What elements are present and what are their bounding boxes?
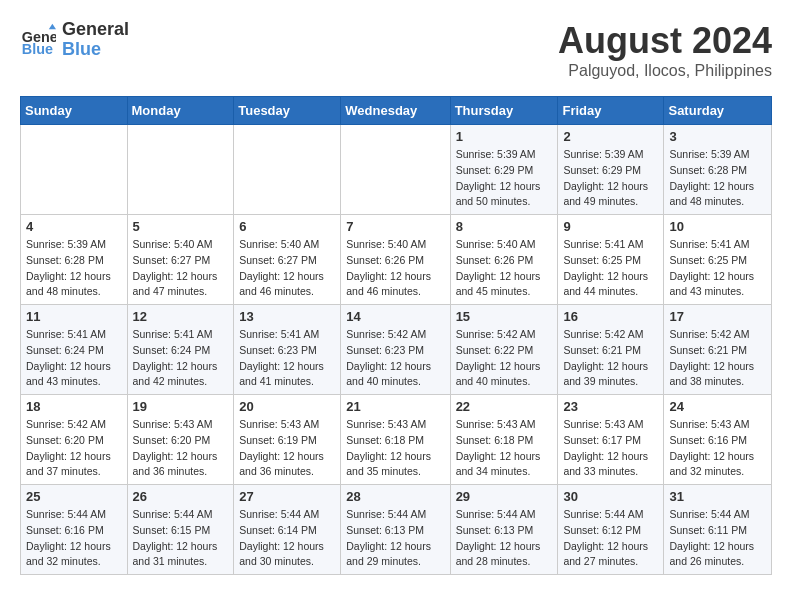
day-number: 18: [26, 399, 122, 414]
day-info: Sunrise: 5:44 AM Sunset: 6:13 PM Dayligh…: [456, 507, 553, 570]
day-cell: 22Sunrise: 5:43 AM Sunset: 6:18 PM Dayli…: [450, 395, 558, 485]
day-cell: 4Sunrise: 5:39 AM Sunset: 6:28 PM Daylig…: [21, 215, 128, 305]
header-day-sunday: Sunday: [21, 97, 128, 125]
day-cell: 12Sunrise: 5:41 AM Sunset: 6:24 PM Dayli…: [127, 305, 234, 395]
day-info: Sunrise: 5:41 AM Sunset: 6:25 PM Dayligh…: [669, 237, 766, 300]
day-number: 7: [346, 219, 444, 234]
day-number: 20: [239, 399, 335, 414]
day-number: 25: [26, 489, 122, 504]
day-number: 13: [239, 309, 335, 324]
day-number: 17: [669, 309, 766, 324]
calendar-body: 1Sunrise: 5:39 AM Sunset: 6:29 PM Daylig…: [21, 125, 772, 575]
day-number: 6: [239, 219, 335, 234]
day-info: Sunrise: 5:43 AM Sunset: 6:18 PM Dayligh…: [456, 417, 553, 480]
day-info: Sunrise: 5:43 AM Sunset: 6:18 PM Dayligh…: [346, 417, 444, 480]
day-cell: 17Sunrise: 5:42 AM Sunset: 6:21 PM Dayli…: [664, 305, 772, 395]
day-cell: 10Sunrise: 5:41 AM Sunset: 6:25 PM Dayli…: [664, 215, 772, 305]
day-cell: 19Sunrise: 5:43 AM Sunset: 6:20 PM Dayli…: [127, 395, 234, 485]
day-cell: 26Sunrise: 5:44 AM Sunset: 6:15 PM Dayli…: [127, 485, 234, 575]
header-day-monday: Monday: [127, 97, 234, 125]
day-cell: 1Sunrise: 5:39 AM Sunset: 6:29 PM Daylig…: [450, 125, 558, 215]
day-cell: 5Sunrise: 5:40 AM Sunset: 6:27 PM Daylig…: [127, 215, 234, 305]
day-info: Sunrise: 5:39 AM Sunset: 6:28 PM Dayligh…: [669, 147, 766, 210]
day-cell: 8Sunrise: 5:40 AM Sunset: 6:26 PM Daylig…: [450, 215, 558, 305]
page-header: General Blue General Blue August 2024 Pa…: [20, 20, 772, 80]
day-number: 9: [563, 219, 658, 234]
day-cell: 31Sunrise: 5:44 AM Sunset: 6:11 PM Dayli…: [664, 485, 772, 575]
day-number: 14: [346, 309, 444, 324]
day-cell: 20Sunrise: 5:43 AM Sunset: 6:19 PM Dayli…: [234, 395, 341, 485]
day-number: 16: [563, 309, 658, 324]
header-day-friday: Friday: [558, 97, 664, 125]
day-cell: 28Sunrise: 5:44 AM Sunset: 6:13 PM Dayli…: [341, 485, 450, 575]
day-number: 19: [133, 399, 229, 414]
day-cell: 2Sunrise: 5:39 AM Sunset: 6:29 PM Daylig…: [558, 125, 664, 215]
day-info: Sunrise: 5:40 AM Sunset: 6:26 PM Dayligh…: [456, 237, 553, 300]
day-number: 2: [563, 129, 658, 144]
day-info: Sunrise: 5:44 AM Sunset: 6:12 PM Dayligh…: [563, 507, 658, 570]
header-day-wednesday: Wednesday: [341, 97, 450, 125]
day-info: Sunrise: 5:41 AM Sunset: 6:23 PM Dayligh…: [239, 327, 335, 390]
day-info: Sunrise: 5:40 AM Sunset: 6:27 PM Dayligh…: [239, 237, 335, 300]
day-number: 11: [26, 309, 122, 324]
day-info: Sunrise: 5:39 AM Sunset: 6:28 PM Dayligh…: [26, 237, 122, 300]
day-cell: 27Sunrise: 5:44 AM Sunset: 6:14 PM Dayli…: [234, 485, 341, 575]
day-cell: [127, 125, 234, 215]
day-info: Sunrise: 5:44 AM Sunset: 6:14 PM Dayligh…: [239, 507, 335, 570]
title-block: August 2024 Palguyod, Ilocos, Philippine…: [558, 20, 772, 80]
day-info: Sunrise: 5:39 AM Sunset: 6:29 PM Dayligh…: [563, 147, 658, 210]
day-cell: 21Sunrise: 5:43 AM Sunset: 6:18 PM Dayli…: [341, 395, 450, 485]
day-number: 24: [669, 399, 766, 414]
day-info: Sunrise: 5:39 AM Sunset: 6:29 PM Dayligh…: [456, 147, 553, 210]
day-cell: 29Sunrise: 5:44 AM Sunset: 6:13 PM Dayli…: [450, 485, 558, 575]
day-number: 26: [133, 489, 229, 504]
svg-marker-2: [49, 24, 56, 29]
day-number: 27: [239, 489, 335, 504]
header-day-tuesday: Tuesday: [234, 97, 341, 125]
day-info: Sunrise: 5:43 AM Sunset: 6:20 PM Dayligh…: [133, 417, 229, 480]
day-cell: 23Sunrise: 5:43 AM Sunset: 6:17 PM Dayli…: [558, 395, 664, 485]
day-number: 30: [563, 489, 658, 504]
day-cell: 6Sunrise: 5:40 AM Sunset: 6:27 PM Daylig…: [234, 215, 341, 305]
day-info: Sunrise: 5:43 AM Sunset: 6:17 PM Dayligh…: [563, 417, 658, 480]
day-info: Sunrise: 5:42 AM Sunset: 6:21 PM Dayligh…: [669, 327, 766, 390]
day-info: Sunrise: 5:44 AM Sunset: 6:13 PM Dayligh…: [346, 507, 444, 570]
day-info: Sunrise: 5:40 AM Sunset: 6:26 PM Dayligh…: [346, 237, 444, 300]
day-number: 31: [669, 489, 766, 504]
day-number: 4: [26, 219, 122, 234]
day-number: 3: [669, 129, 766, 144]
day-cell: 24Sunrise: 5:43 AM Sunset: 6:16 PM Dayli…: [664, 395, 772, 485]
logo-text: General Blue: [62, 20, 129, 60]
day-info: Sunrise: 5:43 AM Sunset: 6:19 PM Dayligh…: [239, 417, 335, 480]
day-cell: [21, 125, 128, 215]
header-day-thursday: Thursday: [450, 97, 558, 125]
day-info: Sunrise: 5:44 AM Sunset: 6:15 PM Dayligh…: [133, 507, 229, 570]
week-row-2: 11Sunrise: 5:41 AM Sunset: 6:24 PM Dayli…: [21, 305, 772, 395]
day-number: 10: [669, 219, 766, 234]
day-number: 29: [456, 489, 553, 504]
day-number: 22: [456, 399, 553, 414]
day-number: 15: [456, 309, 553, 324]
week-row-0: 1Sunrise: 5:39 AM Sunset: 6:29 PM Daylig…: [21, 125, 772, 215]
day-cell: 30Sunrise: 5:44 AM Sunset: 6:12 PM Dayli…: [558, 485, 664, 575]
day-cell: 9Sunrise: 5:41 AM Sunset: 6:25 PM Daylig…: [558, 215, 664, 305]
week-row-4: 25Sunrise: 5:44 AM Sunset: 6:16 PM Dayli…: [21, 485, 772, 575]
day-info: Sunrise: 5:40 AM Sunset: 6:27 PM Dayligh…: [133, 237, 229, 300]
calendar-table: SundayMondayTuesdayWednesdayThursdayFrid…: [20, 96, 772, 575]
day-info: Sunrise: 5:41 AM Sunset: 6:24 PM Dayligh…: [133, 327, 229, 390]
day-number: 21: [346, 399, 444, 414]
day-cell: 7Sunrise: 5:40 AM Sunset: 6:26 PM Daylig…: [341, 215, 450, 305]
day-cell: [341, 125, 450, 215]
day-cell: [234, 125, 341, 215]
day-info: Sunrise: 5:44 AM Sunset: 6:16 PM Dayligh…: [26, 507, 122, 570]
day-info: Sunrise: 5:42 AM Sunset: 6:21 PM Dayligh…: [563, 327, 658, 390]
day-info: Sunrise: 5:42 AM Sunset: 6:22 PM Dayligh…: [456, 327, 553, 390]
day-info: Sunrise: 5:41 AM Sunset: 6:24 PM Dayligh…: [26, 327, 122, 390]
day-info: Sunrise: 5:43 AM Sunset: 6:16 PM Dayligh…: [669, 417, 766, 480]
day-info: Sunrise: 5:42 AM Sunset: 6:23 PM Dayligh…: [346, 327, 444, 390]
calendar-header: SundayMondayTuesdayWednesdayThursdayFrid…: [21, 97, 772, 125]
logo-icon: General Blue: [20, 22, 56, 58]
day-info: Sunrise: 5:44 AM Sunset: 6:11 PM Dayligh…: [669, 507, 766, 570]
day-number: 12: [133, 309, 229, 324]
week-row-3: 18Sunrise: 5:42 AM Sunset: 6:20 PM Dayli…: [21, 395, 772, 485]
